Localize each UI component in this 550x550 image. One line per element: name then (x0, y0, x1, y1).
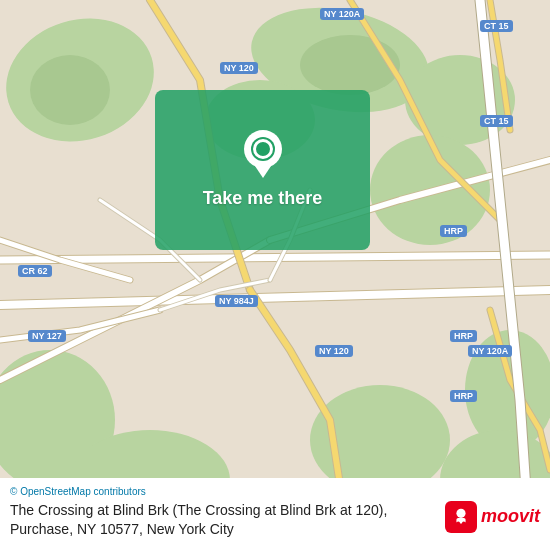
road-badge-ny120a_top: NY 120A (320, 8, 364, 20)
map-canvas (0, 0, 550, 550)
pin-circle (244, 130, 282, 168)
location-pin (244, 130, 282, 176)
moovit-icon-svg (450, 506, 472, 528)
pin-tail (255, 166, 271, 178)
moovit-logo-icon (445, 501, 477, 533)
route-highlight: Take me there (155, 90, 370, 250)
location-text: The Crossing at Blind Brk (The Crossing … (10, 501, 435, 540)
road-badge-hrp_bot: HRP (450, 330, 477, 342)
map-container: Take me there NY 120ACT 15NY 120CT 15CR … (0, 0, 550, 550)
take-me-there-button[interactable]: Take me there (195, 186, 331, 211)
road-badge-ct15_mid: CT 15 (480, 115, 513, 127)
copyright-line: © OpenStreetMap contributors (10, 486, 540, 497)
road-badge-cr62: CR 62 (18, 265, 52, 277)
location-info: The Crossing at Blind Brk (The Crossing … (10, 501, 540, 540)
road-badge-hrp_mid: HRP (440, 225, 467, 237)
road-badge-ny120_mid: NY 120 (220, 62, 258, 74)
road-badge-ct15_top: CT 15 (480, 20, 513, 32)
moovit-logo-text: moovit (481, 506, 540, 527)
moovit-logo[interactable]: moovit (445, 501, 540, 533)
svg-point-2 (456, 521, 460, 525)
road-badge-ny984j: NY 984J (215, 295, 258, 307)
osm-copyright: © OpenStreetMap contributors (10, 486, 146, 497)
svg-point-3 (462, 521, 466, 525)
road-badge-ny120_bot: NY 120 (315, 345, 353, 357)
road-badge-hrp_far: HRP (450, 390, 477, 402)
road-badge-ny127: NY 127 (28, 330, 66, 342)
bottom-bar: © OpenStreetMap contributors The Crossin… (0, 478, 550, 550)
svg-point-0 (456, 509, 465, 518)
road-badge-ny120a_bot: NY 120A (468, 345, 512, 357)
